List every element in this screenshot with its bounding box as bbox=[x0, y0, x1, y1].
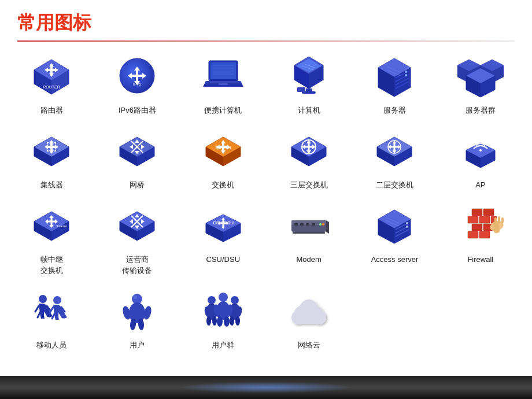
svg-rect-185 bbox=[498, 216, 500, 223]
hub-label: 集线器 bbox=[40, 180, 63, 190]
switch-icon: SWITCH bbox=[197, 125, 249, 178]
computer-label: 计算机 bbox=[298, 105, 320, 116]
carrier-label: 运营商传输设备 bbox=[122, 254, 152, 275]
empty-cell-4-6 bbox=[438, 282, 523, 354]
svg-point-119 bbox=[479, 149, 482, 152]
frame-relay-icon: Frame bbox=[25, 200, 77, 252]
server-cluster-label: 服务器群 bbox=[466, 105, 496, 116]
icon-item-bridge: 网桥 bbox=[94, 122, 180, 194]
divider bbox=[17, 40, 515, 42]
svg-point-46 bbox=[405, 71, 407, 73]
svg-rect-156 bbox=[306, 223, 309, 226]
svg-point-214 bbox=[230, 316, 234, 326]
switch-label: 交换机 bbox=[212, 180, 234, 190]
svg-rect-130 bbox=[46, 221, 57, 223]
svg-rect-181 bbox=[479, 231, 490, 238]
bridge-icon bbox=[111, 125, 163, 178]
svg-rect-174 bbox=[483, 209, 494, 216]
svg-point-187 bbox=[39, 295, 47, 303]
mobile-user-icon bbox=[25, 286, 77, 338]
ap-label: AP bbox=[475, 180, 485, 190]
svg-rect-173 bbox=[472, 209, 482, 216]
svg-rect-103 bbox=[304, 146, 314, 148]
svg-text:IPv6: IPv6 bbox=[133, 82, 141, 86]
ap-icon bbox=[455, 125, 507, 178]
laptop-label: 便携计算机 bbox=[204, 105, 242, 116]
csu-dsu-icon: CSU/DSU bbox=[197, 200, 249, 252]
svg-rect-176 bbox=[479, 216, 490, 223]
svg-point-169 bbox=[406, 222, 408, 224]
user-group-icon bbox=[197, 286, 249, 338]
modem-icon bbox=[283, 200, 335, 252]
server-label: 服务器 bbox=[383, 105, 406, 116]
icon-item-user-group: 用户群 bbox=[180, 282, 266, 354]
icon-item-hub: 集线器 bbox=[9, 122, 94, 194]
csu-dsu-label: CSU/DSU bbox=[206, 254, 241, 265]
laptop-icon bbox=[197, 51, 249, 103]
icon-item-access-server: Access server bbox=[352, 197, 437, 279]
svg-rect-155 bbox=[300, 223, 304, 226]
user-group-label: 用户群 bbox=[212, 340, 234, 350]
icon-item-server: 服务器 bbox=[352, 47, 437, 119]
svg-rect-184 bbox=[494, 217, 497, 223]
layer2-switch-icon bbox=[368, 125, 420, 178]
svg-point-47 bbox=[405, 74, 407, 76]
icon-item-computer: 计算机 bbox=[266, 47, 352, 119]
svg-point-204 bbox=[208, 296, 216, 304]
svg-point-221 bbox=[224, 316, 230, 327]
layer3-switch-label: 三层交换机 bbox=[290, 180, 328, 190]
access-server-icon bbox=[368, 200, 420, 252]
svg-point-192 bbox=[53, 296, 61, 304]
svg-point-216 bbox=[219, 293, 228, 302]
icon-item-frame-relay: Frame 帧中继交换机 bbox=[9, 197, 94, 279]
svg-point-210 bbox=[231, 296, 239, 304]
icon-item-csu-dsu: CSU/DSU CSU/DSU bbox=[180, 197, 266, 279]
layer3-switch-icon bbox=[283, 125, 335, 178]
page-title: 常用图标 bbox=[17, 10, 515, 36]
icon-item-firewall: Firewall bbox=[438, 197, 523, 279]
svg-rect-37 bbox=[297, 87, 305, 92]
title-section: 常用图标 bbox=[0, 0, 532, 40]
server-cluster-icon bbox=[455, 51, 507, 103]
svg-point-170 bbox=[406, 226, 408, 228]
bottom-bar bbox=[0, 376, 532, 399]
svg-rect-67 bbox=[46, 146, 57, 148]
svg-point-158 bbox=[319, 223, 322, 226]
icon-item-laptop: 便携计算机 bbox=[180, 47, 266, 119]
access-server-label: Access server bbox=[371, 254, 419, 265]
svg-point-159 bbox=[322, 223, 324, 226]
svg-point-209 bbox=[212, 316, 217, 326]
svg-rect-161 bbox=[293, 232, 325, 234]
firewall-icon bbox=[455, 200, 507, 252]
svg-rect-151 bbox=[219, 223, 228, 224]
bottom-bar-glow bbox=[179, 382, 353, 393]
ipv6-router-label: IPv6路由器 bbox=[119, 105, 156, 116]
svg-rect-26 bbox=[206, 81, 241, 83]
svg-rect-17 bbox=[129, 75, 145, 77]
ipv6-router-icon: IPv6 bbox=[111, 51, 163, 103]
svg-rect-154 bbox=[294, 223, 298, 226]
router-icon: ROUTER bbox=[25, 51, 77, 103]
svg-rect-27 bbox=[219, 83, 228, 85]
icon-item-router: ROUTER 路由器 bbox=[9, 47, 94, 119]
cloud-icon bbox=[283, 286, 335, 338]
icon-item-layer2-switch: 二层交换机 bbox=[352, 122, 437, 194]
svg-point-215 bbox=[235, 316, 240, 326]
svg-text:Frame: Frame bbox=[57, 224, 67, 228]
svg-rect-180 bbox=[468, 231, 478, 238]
frame-relay-label: 帧中继交换机 bbox=[40, 254, 63, 275]
svg-rect-9 bbox=[46, 69, 57, 71]
icon-item-layer3-switch: 三层交换机 bbox=[266, 122, 352, 194]
svg-rect-114 bbox=[389, 146, 400, 148]
carrier-icon bbox=[111, 200, 163, 252]
layer2-switch-label: 二层交换机 bbox=[376, 180, 413, 190]
svg-rect-175 bbox=[468, 216, 478, 223]
modem-label: Modem bbox=[296, 254, 321, 265]
router-label: 路由器 bbox=[40, 105, 63, 116]
svg-rect-178 bbox=[472, 224, 482, 231]
icons-grid: ROUTER 路由器 bbox=[0, 47, 532, 354]
icon-item-cloud: 网络云 bbox=[266, 282, 352, 354]
mobile-user-label: 移动人员 bbox=[36, 340, 66, 350]
firewall-label: Firewall bbox=[467, 254, 493, 265]
icon-item-carrier: 运营商传输设备 bbox=[94, 197, 180, 279]
